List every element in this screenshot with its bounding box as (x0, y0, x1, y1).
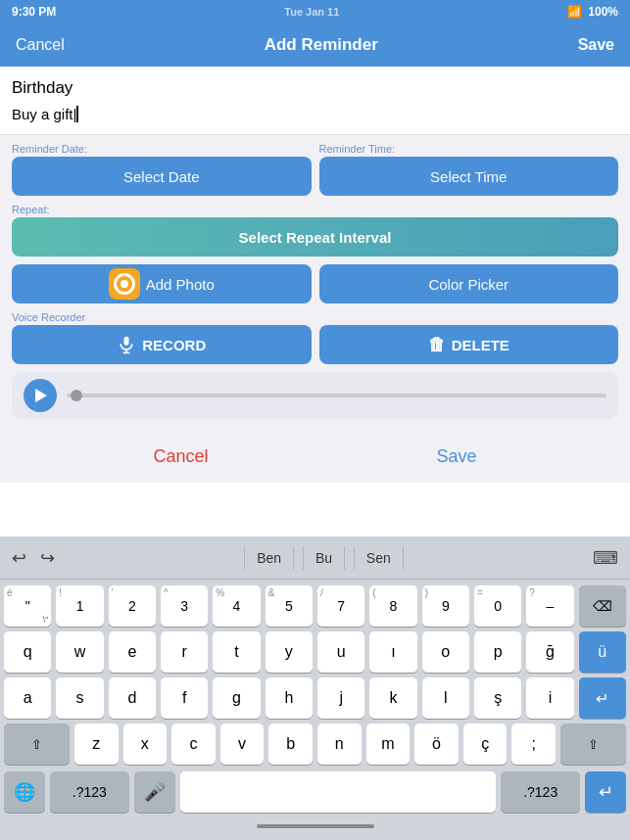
audio-progress-bar[interactable] (67, 394, 606, 397)
key-e-accent[interactable]: é"\" (4, 585, 51, 627)
date-time-labels: Reminder Date: Reminder Time: (12, 143, 618, 155)
svg-rect-0 (124, 337, 129, 346)
key-c[interactable]: c (171, 723, 216, 765)
key-v[interactable]: v (220, 723, 265, 765)
key-close-paren[interactable]: )9 (422, 585, 469, 627)
key-t[interactable]: t (213, 631, 260, 673)
key-i[interactable]: i (526, 677, 573, 719)
zxcv-row: ⇧ z x c v b n m ö ç ; ⇧ (4, 723, 626, 765)
number-row: é"\" !1 '2 ^3 %4 &5 /7 (8 )9 =0 ?– ⌫ (4, 585, 626, 627)
keyboard: ↩ ↪ Ben Bu Sen ⌨ é"\" !1 '2 ^3 %4 &5 /7 … (0, 537, 630, 840)
key-e[interactable]: e (109, 631, 156, 673)
key-dotless-i[interactable]: ı (369, 631, 416, 673)
key-s[interactable]: s (56, 677, 103, 719)
add-photo-button[interactable]: Add Photo (12, 264, 312, 303)
wifi-icon: 📶 (567, 5, 582, 19)
camera-icon (109, 268, 140, 300)
key-s-cedilla[interactable]: ş (474, 677, 521, 719)
play-button[interactable] (24, 379, 57, 412)
backspace-key[interactable]: ⌫ (579, 585, 626, 627)
nav-save-button[interactable]: Save (578, 36, 614, 54)
key-f[interactable]: f (161, 677, 208, 719)
record-button[interactable]: RECORD (12, 325, 312, 364)
trash-icon: 🗑 (428, 335, 446, 355)
suggestion-ben[interactable]: Ben (244, 546, 294, 570)
select-date-button[interactable]: Select Date (12, 157, 312, 196)
note-field[interactable]: Buy a gift| (12, 102, 618, 126)
date-time-row: Select Date Select Time (12, 157, 618, 196)
delete-button[interactable]: 🗑 DELETE (319, 325, 619, 364)
key-a[interactable]: a (4, 677, 51, 719)
key-question[interactable]: ?– (526, 585, 573, 627)
return-key[interactable]: ↵ (579, 677, 626, 719)
battery-level: 100% (588, 5, 618, 19)
record-delete-row: RECORD 🗑 DELETE (12, 325, 618, 364)
key-equals[interactable]: =0 (474, 585, 521, 627)
key-r[interactable]: r (161, 631, 208, 673)
audio-player (12, 372, 618, 419)
key-u-umlaut[interactable]: ü (579, 631, 626, 673)
repeat-label-row: Repeat: (12, 204, 618, 215)
key-c-cedilla[interactable]: ç (463, 723, 508, 765)
action-cancel-button[interactable]: Cancel (153, 446, 208, 467)
shift-right-key[interactable]: ⇧ (560, 723, 626, 765)
mic-key[interactable]: 🎤 (134, 771, 175, 813)
key-p[interactable]: p (474, 631, 521, 673)
key-l[interactable]: l (422, 677, 469, 719)
color-picker-button[interactable]: Color Picker (319, 264, 619, 303)
key-u[interactable]: u (317, 631, 364, 673)
reminder-time-label: Reminder Time: (319, 143, 619, 155)
qwerty-row: q w e r t y u ı o p ğ ü (4, 631, 626, 673)
nav-bar: Cancel Add Reminder Save (0, 23, 630, 67)
key-g[interactable]: g (213, 677, 260, 719)
nav-title: Add Reminder (265, 35, 378, 55)
select-time-button[interactable]: Select Time (319, 157, 619, 196)
key-d[interactable]: d (109, 677, 156, 719)
reminder-date-label: Reminder Date: (12, 143, 312, 155)
key-z[interactable]: z (74, 723, 119, 765)
form-section: Reminder Date: Reminder Time: Select Dat… (0, 135, 630, 431)
key-percent[interactable]: %4 (213, 585, 260, 627)
key-exclaim[interactable]: !1 (56, 585, 103, 627)
undo-redo-group: ↩ ↪ (8, 543, 59, 573)
redo-button[interactable]: ↪ (36, 543, 59, 573)
keyboard-bottom-row: 🌐 .?123 🎤 .?123 ↵ (0, 771, 630, 813)
space-key[interactable] (180, 771, 497, 813)
shift-left-key[interactable]: ⇧ (4, 723, 70, 765)
return-key-bottom[interactable]: ↵ (585, 771, 626, 813)
key-g-breve[interactable]: ğ (526, 631, 573, 673)
key-b[interactable]: b (268, 723, 313, 765)
key-n[interactable]: n (317, 723, 362, 765)
action-save-button[interactable]: Save (436, 446, 476, 467)
key-apos[interactable]: '2 (109, 585, 156, 627)
key-x[interactable]: x (123, 723, 168, 765)
status-indicators: 📶 100% (567, 5, 618, 19)
key-o[interactable]: o (422, 631, 469, 673)
suggestion-bu[interactable]: Bu (303, 546, 345, 570)
key-slash[interactable]: /7 (317, 585, 364, 627)
key-period-comma[interactable]: ; (511, 723, 556, 765)
key-caret[interactable]: ^3 (161, 585, 208, 627)
key-w[interactable]: w (56, 631, 103, 673)
key-q[interactable]: q (4, 631, 51, 673)
nav-cancel-button[interactable]: Cancel (16, 36, 65, 54)
key-j[interactable]: j (317, 677, 364, 719)
undo-button[interactable]: ↩ (8, 543, 30, 573)
suggestion-sen[interactable]: Sen (354, 546, 404, 570)
key-open-paren[interactable]: (8 (369, 585, 416, 627)
play-icon (35, 389, 47, 402)
key-k[interactable]: k (369, 677, 416, 719)
select-repeat-button[interactable]: Select Repeat Interval (12, 217, 618, 257)
nums-key-left[interactable]: .?123 (50, 771, 129, 813)
key-o-umlaut[interactable]: ö (414, 723, 459, 765)
key-m[interactable]: m (366, 723, 411, 765)
nums-key-right[interactable]: .?123 (501, 771, 580, 813)
key-amp[interactable]: &5 (266, 585, 313, 627)
title-field[interactable]: Birthday (12, 74, 618, 102)
globe-key[interactable]: 🌐 (4, 771, 45, 813)
word-suggestions: Ben Bu Sen (235, 546, 412, 570)
key-y[interactable]: y (266, 631, 313, 673)
key-h[interactable]: h (266, 677, 313, 719)
status-time: 9:30 PM (12, 5, 56, 19)
keyboard-hide-button[interactable]: ⌨ (589, 543, 622, 573)
